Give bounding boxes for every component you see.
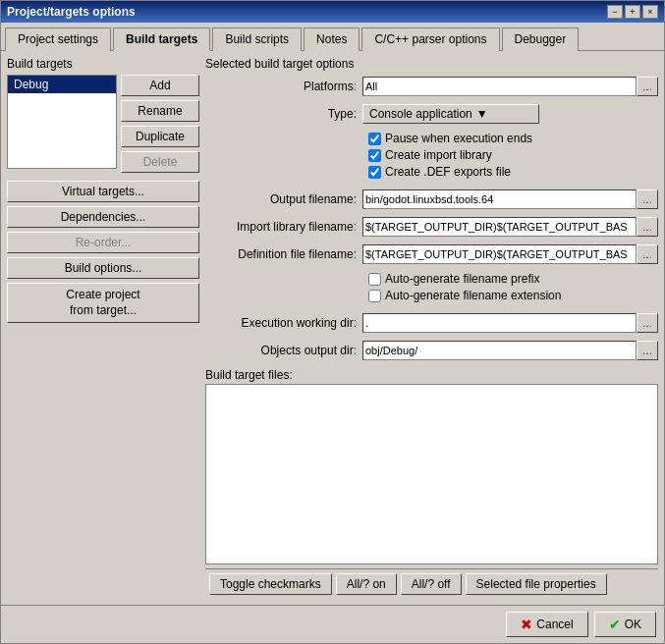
pause-label: Pause when execution ends: [385, 132, 532, 145]
ok-label: OK: [625, 617, 641, 631]
import-library-browse[interactable]: …: [637, 217, 658, 237]
tab-project-settings[interactable]: Project settings: [5, 27, 111, 51]
rename-button[interactable]: Rename: [121, 100, 199, 122]
output-filename-input[interactable]: [362, 189, 637, 209]
exec-working-dir-label: Execution working dir:: [205, 316, 362, 330]
pause-checkbox[interactable]: [368, 133, 381, 145]
build-target-files-section: Build target files:: [205, 368, 658, 564]
output-filename-row: Output filename: …: [205, 189, 658, 209]
type-row: Type: Console application ▼: [205, 104, 658, 124]
definition-file-input[interactable]: [362, 244, 637, 264]
maximize-button[interactable]: +: [625, 5, 640, 19]
tab-build-scripts[interactable]: Build scripts: [212, 27, 302, 51]
checkbox-pause: Pause when execution ends: [368, 132, 658, 145]
all-off-button[interactable]: All/? off: [401, 573, 462, 595]
tabs-row: Project settings Build targets Build scr…: [1, 23, 664, 51]
platforms-row: Platforms: …: [205, 77, 658, 96]
cancel-button[interactable]: ✖ Cancel: [506, 612, 587, 637]
auto-generate-section: Auto-generate filename prefix Auto-gener…: [205, 272, 658, 305]
objects-output-dir-browse[interactable]: …: [637, 341, 658, 360]
exec-working-dir-browse[interactable]: …: [637, 313, 658, 333]
left-panel: Build targets Debug Add Rename Duplicate…: [7, 57, 199, 599]
checkbox-def-exports: Create .DEF exports file: [368, 165, 658, 179]
import-library-filename-row: Import library filename: …: [205, 217, 658, 237]
reorder-button[interactable]: Re-order...: [7, 232, 199, 253]
target-item-debug[interactable]: Debug: [8, 76, 116, 93]
tab-cpp-parser[interactable]: C/C++ parser options: [361, 27, 499, 51]
dropdown-arrow-icon: ▼: [476, 107, 488, 121]
definition-file-browse[interactable]: …: [637, 244, 658, 264]
virtual-targets-button[interactable]: Virtual targets...: [7, 181, 199, 202]
ok-button[interactable]: ✔ OK: [594, 612, 656, 637]
auto-extension-row: Auto-generate filename extension: [368, 289, 658, 302]
right-panel: Selected build target options Platforms:…: [205, 57, 658, 599]
create-project-button[interactable]: Create project from target...: [7, 283, 199, 323]
type-label: Type:: [205, 107, 362, 121]
output-filename-label: Output filename:: [205, 192, 362, 206]
footer: ✖ Cancel ✔ OK: [1, 605, 664, 643]
duplicate-button[interactable]: Duplicate: [121, 126, 199, 147]
minimize-button[interactable]: −: [607, 5, 623, 19]
cancel-label: Cancel: [536, 617, 573, 631]
platforms-input[interactable]: [362, 77, 637, 96]
build-target-files-label: Build target files:: [205, 368, 658, 382]
auto-extension-label: Auto-generate filename extension: [385, 289, 561, 302]
main-window: Project/targets options − + × Project se…: [0, 0, 665, 644]
dependencies-button[interactable]: Dependencies...: [7, 206, 199, 228]
close-button[interactable]: ×: [642, 5, 658, 19]
left-extra-buttons: Virtual targets... Dependencies... Re-or…: [7, 181, 199, 323]
def-exports-checkbox[interactable]: [368, 166, 381, 179]
import-library-checkbox[interactable]: [368, 149, 381, 162]
delete-button[interactable]: Delete: [121, 151, 199, 173]
exec-working-dir-input[interactable]: [362, 313, 637, 333]
definition-file-row: Definition file filename: …: [205, 244, 658, 264]
ok-icon: ✔: [609, 617, 621, 632]
auto-prefix-row: Auto-generate filename prefix: [368, 272, 658, 286]
auto-prefix-checkbox[interactable]: [368, 273, 381, 286]
import-library-filename-label: Import library filename:: [205, 220, 362, 234]
cancel-icon: ✖: [521, 617, 532, 632]
type-dropdown[interactable]: Console application ▼: [362, 104, 539, 124]
output-filename-browse[interactable]: …: [637, 189, 658, 209]
main-content: Build targets Debug Add Rename Duplicate…: [1, 51, 664, 605]
target-list: Debug: [7, 75, 117, 169]
bottom-action-buttons: Toggle checkmarks All/? on All/? off Sel…: [205, 568, 658, 599]
selected-file-properties-button[interactable]: Selected file properties: [466, 573, 607, 595]
auto-extension-checkbox[interactable]: [368, 290, 381, 302]
objects-output-dir-label: Objects output dir:: [205, 344, 362, 357]
selected-build-target-label: Selected build target options: [205, 57, 658, 71]
platforms-browse-button[interactable]: …: [637, 77, 658, 96]
build-targets-label: Build targets: [7, 57, 199, 71]
title-bar: Project/targets options − + ×: [1, 1, 664, 23]
definition-file-label: Definition file filename:: [205, 247, 362, 261]
exec-working-dir-row: Execution working dir: …: [205, 313, 658, 333]
window-title: Project/targets options: [7, 5, 136, 19]
tab-build-targets[interactable]: Build targets: [113, 27, 210, 51]
add-button[interactable]: Add: [121, 75, 199, 96]
objects-output-dir-row: Objects output dir: …: [205, 341, 658, 360]
tab-notes[interactable]: Notes: [304, 27, 360, 51]
objects-output-dir-input[interactable]: [362, 341, 637, 360]
checkbox-import-library: Create import library: [368, 148, 658, 162]
platforms-label: Platforms:: [205, 80, 362, 93]
title-bar-controls: − + ×: [607, 5, 658, 19]
type-value: Console application: [369, 107, 472, 121]
all-on-button[interactable]: All/? on: [336, 573, 397, 595]
toggle-checkmarks-button[interactable]: Toggle checkmarks: [209, 573, 332, 595]
def-exports-label: Create .DEF exports file: [385, 165, 511, 179]
import-library-label: Create import library: [385, 148, 492, 162]
import-library-filename-input[interactable]: [362, 217, 637, 237]
tab-debugger[interactable]: Debugger: [502, 27, 580, 51]
build-options-button[interactable]: Build options...: [7, 257, 199, 279]
checkboxes-section: Pause when execution ends Create import …: [205, 132, 658, 182]
files-area: [205, 384, 658, 564]
auto-prefix-label: Auto-generate filename prefix: [385, 272, 539, 286]
